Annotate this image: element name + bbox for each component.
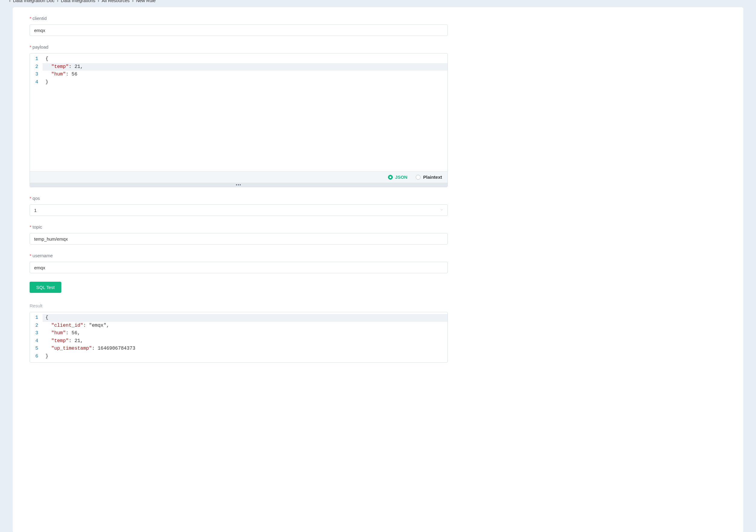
payload-resize-handle[interactable]: ••• bbox=[30, 183, 447, 187]
clientid-input[interactable] bbox=[30, 24, 448, 36]
username-label: *username bbox=[30, 253, 448, 258]
sql-test-button[interactable]: SQL Test bbox=[30, 282, 61, 293]
payload-gutter: 1 2 3 4 bbox=[30, 53, 42, 171]
required-asterisk: * bbox=[30, 16, 31, 21]
qos-select[interactable] bbox=[30, 204, 448, 216]
result-code: { "client_id": "emqx", "hum": 56, "temp"… bbox=[42, 312, 447, 362]
qos-label: *qos bbox=[30, 196, 448, 201]
breadcrumb-item[interactable]: Data Integration Doc bbox=[13, 0, 55, 3]
topic-input[interactable] bbox=[30, 233, 448, 245]
payload-format-json[interactable]: JSON bbox=[388, 174, 408, 180]
topic-label: *topic bbox=[30, 224, 448, 229]
payload-code[interactable]: { "temp": 21, "hum": 56} bbox=[42, 53, 447, 171]
payload-editor[interactable]: 1 2 3 4 { "temp": 21, "hum": 56} JSON Pl… bbox=[30, 53, 448, 187]
required-asterisk: * bbox=[30, 253, 31, 258]
required-asterisk: * bbox=[30, 196, 31, 201]
payload-label: *payload bbox=[30, 44, 448, 49]
breadcrumb-item[interactable]: Data Integrations bbox=[61, 0, 95, 3]
form-card: *clientid *payload 1 2 3 4 { "temp": 21,… bbox=[13, 7, 743, 532]
breadcrumb-item[interactable]: New Rule bbox=[136, 0, 155, 3]
required-asterisk: * bbox=[30, 224, 31, 229]
payload-format-plaintext[interactable]: Plaintext bbox=[416, 174, 442, 180]
radio-icon bbox=[416, 175, 420, 180]
breadcrumb-sep: › bbox=[132, 0, 133, 3]
breadcrumb-sep: › bbox=[57, 0, 59, 3]
result-gutter: 1 2 3 4 5 6 bbox=[30, 312, 42, 362]
result-editor: 1 2 3 4 5 6 { "client_id": "emqx", "hum"… bbox=[30, 312, 448, 362]
breadcrumb: › Data Integration Doc › Data Integratio… bbox=[0, 0, 756, 3]
breadcrumb-sep: › bbox=[9, 0, 11, 3]
required-asterisk: * bbox=[30, 44, 31, 49]
breadcrumb-item[interactable]: All Resources bbox=[102, 0, 130, 3]
breadcrumb-sep: › bbox=[98, 0, 99, 3]
dots-icon: ••• bbox=[236, 183, 242, 187]
result-label: Result bbox=[30, 303, 726, 308]
payload-format-toolbar: JSON Plaintext bbox=[30, 171, 447, 183]
radio-icon bbox=[388, 175, 393, 180]
username-input[interactable] bbox=[30, 262, 448, 273]
clientid-label: *clientid bbox=[30, 16, 448, 21]
